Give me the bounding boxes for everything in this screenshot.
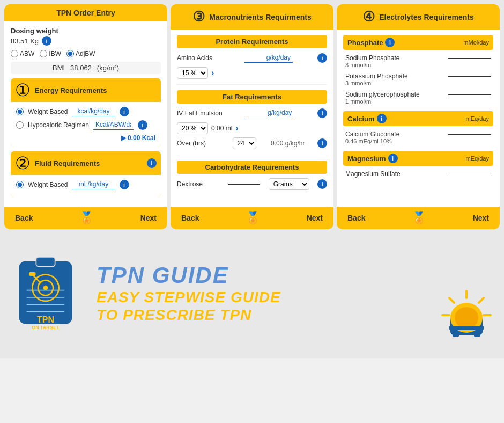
panel3-back-button[interactable]: Back bbox=[342, 212, 370, 224]
iv-fat-info-icon[interactable]: i bbox=[317, 108, 327, 118]
potassium-phosphate-item: Potassium Phosphate 3 mmol/ml bbox=[343, 71, 493, 87]
abw-radio[interactable]: ABW bbox=[11, 50, 34, 57]
dosing-weight-value: 83.51 Kg bbox=[11, 37, 39, 45]
hypocaloric-info-icon[interactable]: i bbox=[138, 120, 147, 130]
panel-tpn-order-entry: TPN Order Entry Dosing weight 83.51 Kg i… bbox=[4, 4, 167, 229]
sodium-phosphate-label: Sodium Phosphate bbox=[345, 54, 399, 62]
svg-rect-22 bbox=[453, 333, 459, 337]
magnesium-name: Magnesium i bbox=[347, 154, 398, 163]
weight-type-radio-group: ABW IBW AdjBW bbox=[11, 50, 161, 57]
panel1-footer-icon: 🏅 bbox=[79, 211, 94, 225]
tpn-guide-title: TPN GUIDE bbox=[97, 263, 429, 288]
over-hrs-info-icon[interactable]: i bbox=[317, 138, 327, 148]
iv-fat-label: IV Fat Emulsion bbox=[177, 110, 223, 117]
bmi-row: BMI 38.062 (kg/m²) bbox=[11, 62, 161, 74]
amino-acids-label: Amino Acids bbox=[177, 54, 220, 62]
dosing-weight-row: 83.51 Kg i bbox=[11, 36, 161, 46]
svg-point-8 bbox=[43, 286, 48, 290]
calcium-info-icon[interactable]: i bbox=[377, 114, 387, 123]
svg-line-14 bbox=[479, 298, 484, 303]
dextrose-row: Dextrose Grams g/kg/day i bbox=[177, 178, 327, 190]
step1-label: Energy Requirements bbox=[35, 86, 107, 94]
fluid-weight-based-radio[interactable] bbox=[16, 181, 24, 188]
hypocaloric-radio[interactable] bbox=[16, 121, 24, 129]
potassium-phosphate-label: Potassium Phosphate bbox=[345, 72, 408, 80]
magnesium-header: Magnesium i mEq/day bbox=[343, 151, 493, 166]
hypocaloric-row: Hypocaloric Regimen i bbox=[16, 120, 155, 130]
magnesium-sulfate-item: Magnesium Sulfate bbox=[343, 169, 493, 179]
calcium-unit: mEq/day bbox=[466, 115, 489, 122]
sodium-glycerophosphate-item: Sodium glycerophosphate 1 mmol/ml bbox=[343, 90, 493, 106]
adjbw-radio[interactable]: AdjBW bbox=[66, 50, 95, 57]
alarm-container bbox=[440, 288, 493, 349]
panel2-next-button[interactable]: Next bbox=[301, 212, 328, 224]
panel3-next-button[interactable]: Next bbox=[468, 212, 494, 224]
phosphate-info-icon[interactable]: i bbox=[385, 38, 395, 47]
rate-value: 0.00 g/kg/hr bbox=[271, 140, 305, 147]
amino-acids-info-icon[interactable]: i bbox=[317, 53, 327, 63]
phosphate-section: Phosphate i mMol/day Sodium Phosphate 3 … bbox=[343, 35, 493, 106]
tagline-container: TPN GUIDE EASY STEPWISE GUIDE TO PRESCRI… bbox=[97, 263, 429, 324]
svg-line-16 bbox=[449, 298, 454, 303]
dosing-weight-info-icon[interactable]: i bbox=[42, 36, 51, 46]
panel2-back-button[interactable]: Back bbox=[176, 212, 204, 224]
hypocaloric-input[interactable] bbox=[93, 120, 134, 130]
iv-fat-input[interactable] bbox=[246, 108, 294, 118]
step2-label: Fluid Requirements bbox=[35, 159, 100, 167]
panel3-header: ④ Electrolytes Requirements bbox=[337, 4, 500, 30]
dextrose-unit-select[interactable]: Grams g/kg/day bbox=[269, 178, 309, 190]
panel-electrolytes: ④ Electrolytes Requirements Phosphate i … bbox=[337, 4, 500, 229]
sodium-glycerophosphate-conc: 1 mmol/ml bbox=[345, 98, 491, 105]
tpn-guide-subtitle-line2: TO PRESCRIBE TPN bbox=[97, 306, 429, 324]
iv-fat-row: IV Fat Emulsion i bbox=[177, 108, 327, 118]
svg-rect-1 bbox=[36, 257, 55, 267]
magnesium-section: Magnesium i mEq/day Magnesium Sulfate bbox=[343, 151, 493, 179]
dextrose-info-icon[interactable]: i bbox=[317, 179, 327, 189]
fluid-input[interactable] bbox=[72, 179, 115, 189]
svg-text:ON TARGET: ON TARGET bbox=[32, 325, 60, 330]
over-hrs-row: Over (hrs) 24 12 0.00 g/kg/hr i bbox=[177, 137, 327, 149]
fluid-weight-based-row: Weight Based i bbox=[16, 179, 155, 189]
magnesium-info-icon[interactable]: i bbox=[388, 154, 398, 163]
protein-chevron-icon: › bbox=[211, 68, 214, 78]
phosphate-unit: mMol/day bbox=[463, 39, 489, 46]
ibw-radio[interactable]: IBW bbox=[40, 50, 61, 57]
fat-requirements-header: Fat Requirements bbox=[177, 90, 327, 104]
phosphate-name: Phosphate i bbox=[347, 38, 395, 47]
fat-percent-select[interactable]: 20 % 30 % bbox=[177, 122, 208, 134]
panel2-footer-icon: 🏅 bbox=[246, 211, 260, 225]
panel2-footer: Back 🏅 Next bbox=[171, 207, 333, 229]
step1-number: ① bbox=[15, 82, 31, 99]
step4-badge: ④ bbox=[362, 9, 375, 25]
hypocaloric-label: Hypocaloric Regimen bbox=[28, 121, 89, 129]
panel1-back-button[interactable]: Back bbox=[10, 212, 38, 224]
weight-based-input[interactable] bbox=[72, 106, 115, 116]
svg-text:TPN: TPN bbox=[37, 315, 54, 324]
magnesium-unit: mEq/day bbox=[466, 155, 489, 162]
protein-percent-select[interactable]: 15 % 20 % bbox=[177, 67, 208, 79]
calcium-gluconate-item: Calcium Gluconate 0.46 mEq/ml 10% bbox=[343, 129, 493, 145]
magnesium-sulfate-label: Magnesium Sulfate bbox=[345, 170, 401, 178]
calcium-header: Calcium i mEq/day bbox=[343, 111, 493, 126]
over-hrs-select[interactable]: 24 12 bbox=[233, 137, 256, 149]
fluid-info-icon[interactable]: i bbox=[147, 158, 157, 168]
amino-acids-input[interactable] bbox=[244, 53, 293, 63]
panel1-next-button[interactable]: Next bbox=[135, 212, 162, 224]
step3-badge: ③ bbox=[192, 9, 205, 25]
calcium-section: Calcium i mEq/day Calcium Gluconate 0.46… bbox=[343, 111, 493, 145]
bmi-label: BMI bbox=[53, 64, 65, 72]
protein-percent-row: 15 % 20 % › bbox=[177, 67, 327, 79]
tpn-guide-subtitle-line1: EASY STEPWISE GUIDE bbox=[97, 288, 429, 307]
kcal-result: ▶ 0.00 Kcal bbox=[16, 133, 155, 143]
bottom-section: TPN ON TARGET TPN GUIDE EASY STEPWISE GU… bbox=[0, 229, 504, 358]
bmi-unit: (kg/m²) bbox=[97, 64, 119, 72]
potassium-phosphate-conc: 3 mmol/ml bbox=[345, 80, 491, 86]
sodium-glycerophosphate-label: Sodium glycerophosphate bbox=[345, 91, 420, 98]
weight-based-info-icon[interactable]: i bbox=[120, 107, 129, 116]
panel2-header: ③ Macronutrients Requirments bbox=[171, 4, 333, 30]
sodium-phosphate-item: Sodium Phosphate 3 mmol/ml bbox=[343, 53, 493, 69]
dosing-weight-label: Dosing weight bbox=[11, 27, 161, 35]
alarm-svg bbox=[440, 288, 493, 342]
fluid-input-info-icon[interactable]: i bbox=[120, 180, 129, 189]
weight-based-radio[interactable] bbox=[16, 108, 24, 115]
